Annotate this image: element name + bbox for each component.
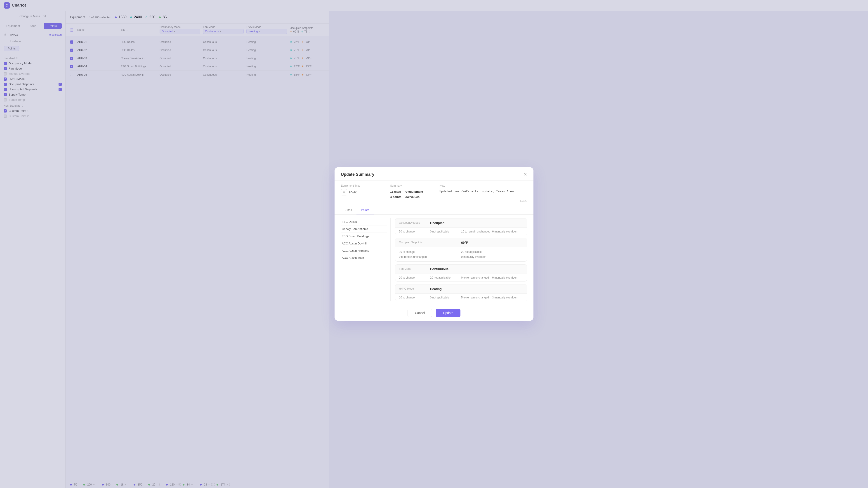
modal-overlay: Update Summary ✕ Equipment Type ❄ HVAC S… [0, 0, 329, 488]
